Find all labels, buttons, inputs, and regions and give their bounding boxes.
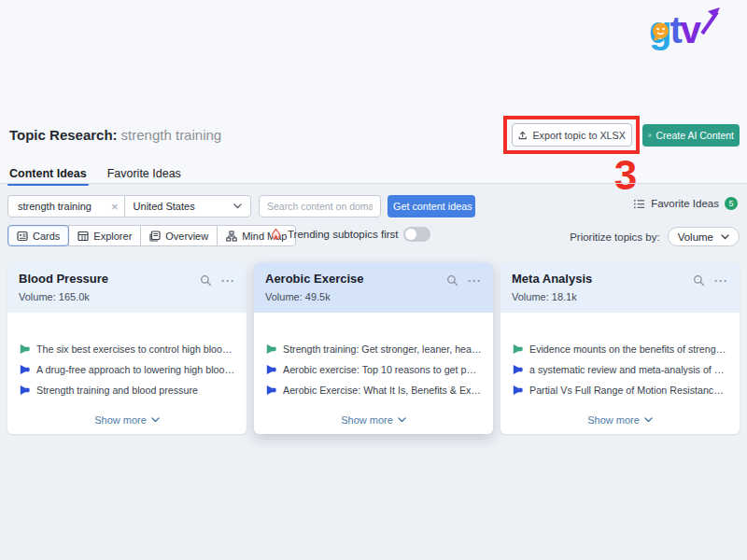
keyword-field: × <box>8 196 124 217</box>
gtv-logo: gtv <box>648 6 730 54</box>
toggle-knob <box>405 229 416 240</box>
prioritize-label: Prioritize topics by: <box>570 231 660 243</box>
table-icon <box>78 231 89 242</box>
show-more-link[interactable]: Show more <box>7 414 247 426</box>
card-volume: Volume: 49.5k <box>265 291 482 302</box>
tabs: Content Ideas Favorite Ideas <box>9 167 181 182</box>
megaphone-blue-icon <box>265 385 276 396</box>
chevron-down-icon <box>151 417 160 423</box>
megaphone-blue-icon <box>512 385 523 396</box>
keyword-input[interactable] <box>16 200 106 213</box>
create-ai-content-button[interactable]: Create AI Content <box>642 124 740 147</box>
tab-content-ideas[interactable]: Content Ideas <box>9 167 87 182</box>
flame-icon <box>270 228 282 241</box>
megaphone-green-icon <box>512 343 523 355</box>
topic-item[interactable]: Aerobic Exercise: What It Is, Benefits &… <box>265 384 482 397</box>
topic-card-blood-pressure[interactable]: Blood Pressure Volume: 165.0k ··· The si… <box>7 262 247 434</box>
export-topic-button[interactable]: Export topic to XLSX <box>512 123 632 147</box>
logo-chat-bubble-icon <box>653 23 669 39</box>
view-option-label: Cards <box>33 231 60 242</box>
prioritize-value: Volume <box>678 231 713 243</box>
view-option-cards[interactable]: Cards <box>7 225 69 246</box>
list-icon <box>633 198 645 210</box>
card-header: Blood Pressure Volume: 165.0k ··· <box>7 262 247 313</box>
show-more-link[interactable]: Show more <box>254 414 493 426</box>
get-content-ideas-button[interactable]: Get content ideas <box>388 195 475 217</box>
cards-icon <box>17 231 28 242</box>
view-option-label: Explorer <box>93 231 132 242</box>
card-header: Meta Analysis Volume: 18.1k ··· <box>500 262 740 313</box>
country-value: United States <box>134 201 195 212</box>
chevron-down-icon <box>398 417 406 423</box>
logo-letter-v: v <box>681 9 702 50</box>
card-actions: ··· <box>446 274 482 287</box>
view-option-label: Overview <box>165 231 208 242</box>
topic-item[interactable]: The six best exercises to control high b… <box>19 343 235 356</box>
topic-item[interactable]: A drug-free approach to lowering high bl… <box>19 363 235 376</box>
more-icon[interactable]: ··· <box>221 275 235 287</box>
topic-item[interactable]: Evidence mounts on the benefits of stren… <box>512 343 728 356</box>
topic-item[interactable]: Strength training: Get stronger, leaner,… <box>265 343 482 356</box>
tabs-divider <box>0 183 747 184</box>
topic-research-page: gtv Topic Research:strength training Exp… <box>0 0 747 560</box>
megaphone-blue-icon <box>19 385 30 396</box>
trending-label: Trending subtopics first <box>288 229 398 240</box>
trending-toggle[interactable] <box>403 227 430 242</box>
topic-cards: Blood Pressure Volume: 165.0k ··· The si… <box>7 262 740 434</box>
country-select[interactable]: United States <box>125 201 250 212</box>
megaphone-blue-icon <box>19 364 30 375</box>
trending-subtopics-control: Trending subtopics first <box>270 227 430 242</box>
favorite-ideas-label: Favorite Ideas <box>651 198 719 209</box>
search-icon[interactable] <box>446 274 458 287</box>
show-more-link[interactable]: Show more <box>500 414 740 426</box>
chevron-down-icon <box>233 203 242 209</box>
mindmap-icon <box>226 231 237 242</box>
topic-item[interactable]: a systematic review and meta-analysis of… <box>512 363 728 376</box>
annotation-number: 3 <box>603 155 648 196</box>
view-switcher: Cards Explorer Overview Mind <box>7 225 296 246</box>
view-option-overview[interactable]: Overview <box>140 225 218 246</box>
card-actions: ··· <box>200 274 235 287</box>
prioritize-control: Prioritize topics by: Volume <box>570 227 740 246</box>
prioritize-select[interactable]: Volume <box>668 227 740 246</box>
search-icon[interactable] <box>200 274 212 287</box>
megaphone-green-icon <box>19 343 30 355</box>
keyword-country-group: × United States <box>7 195 251 217</box>
overview-icon <box>149 231 161 242</box>
clear-icon[interactable]: × <box>106 201 124 213</box>
card-items: Strength training: Get stronger, leaner,… <box>254 313 493 397</box>
favorite-ideas-button[interactable]: Favorite Ideas 5 <box>633 197 738 210</box>
chevron-down-icon <box>644 417 653 423</box>
topic-item[interactable]: Aerobic exercise: Top 10 reasons to get … <box>265 363 482 376</box>
topic-card-meta-analysis[interactable]: Meta Analysis Volume: 18.1k ··· Evidence… <box>500 262 740 434</box>
megaphone-green-icon <box>265 343 276 355</box>
megaphone-blue-icon <box>512 364 523 375</box>
megaphone-blue-icon <box>265 364 276 375</box>
page-title-query: strength training <box>121 127 222 143</box>
topic-card-aerobic-exercise[interactable]: Aerobic Exercise Volume: 49.5k ··· Stren… <box>254 262 493 434</box>
favorite-count-badge: 5 <box>725 197 738 210</box>
tab-favorite-ideas[interactable]: Favorite Ideas <box>107 167 181 182</box>
export-topic-label: Export topic to XLSX <box>532 130 626 141</box>
upload-icon <box>518 130 527 141</box>
view-option-explorer[interactable]: Explorer <box>68 225 141 246</box>
topic-item[interactable]: Strength training and blood pressure <box>19 384 235 397</box>
more-icon[interactable]: ··· <box>714 275 728 287</box>
card-items: Evidence mounts on the benefits of stren… <box>500 313 740 397</box>
create-ai-content-label: Create AI Content <box>656 130 734 141</box>
chevron-down-icon <box>721 234 729 240</box>
card-volume: Volume: 18.1k <box>512 291 728 302</box>
domain-search-input[interactable] <box>259 195 381 217</box>
page-title: Topic Research:strength training <box>9 127 221 143</box>
edit-icon <box>648 130 652 141</box>
topic-item[interactable]: Partial Vs Full Range of Motion Resistan… <box>512 384 728 397</box>
page-title-label: Topic Research: <box>9 127 118 143</box>
more-icon[interactable]: ··· <box>468 275 482 287</box>
card-actions: ··· <box>693 274 728 287</box>
card-items: The six best exercises to control high b… <box>7 313 247 397</box>
card-volume: Volume: 165.0k <box>19 291 235 302</box>
search-icon[interactable] <box>693 274 705 287</box>
card-header: Aerobic Exercise Volume: 49.5k ··· <box>254 262 493 313</box>
